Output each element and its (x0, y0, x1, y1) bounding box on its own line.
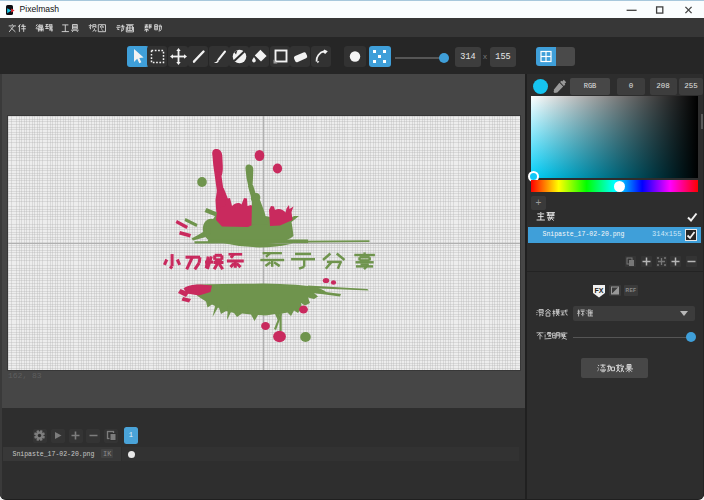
svg-text:FX: FX (595, 287, 604, 294)
